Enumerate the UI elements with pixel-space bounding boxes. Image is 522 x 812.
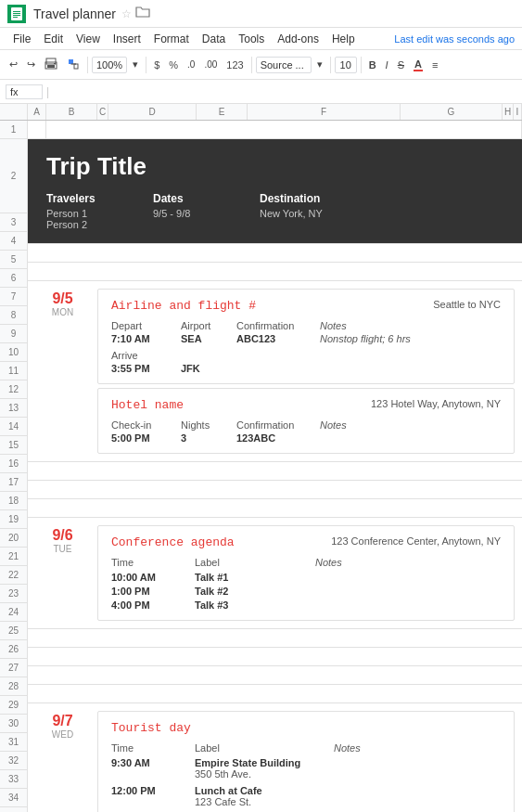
row-num-27[interactable]: 27	[0, 659, 27, 677]
row-num-15[interactable]: 15	[0, 436, 27, 455]
activity-2-labels: Lunch at Cafe 123 Cafe St.	[195, 785, 334, 807]
menu-insert[interactable]: Insert	[108, 31, 146, 47]
row-num-23[interactable]: 23	[0, 585, 27, 603]
talk-2-label: Talk #2	[195, 586, 229, 597]
col-header-D[interactable]: D	[108, 104, 197, 120]
date-96-num: 9/6	[33, 527, 92, 544]
text-color-button[interactable]: A	[410, 57, 427, 73]
source-chevron[interactable]: ▾	[313, 57, 326, 72]
row-num-3[interactable]: 3	[0, 213, 27, 232]
menu-view[interactable]: View	[70, 31, 106, 47]
paint-format-button[interactable]	[63, 56, 83, 74]
label-col-header: Label	[195, 557, 315, 568]
menu-data[interactable]: Data	[197, 31, 231, 47]
italic-button[interactable]: I	[382, 58, 392, 72]
row-num-19[interactable]: 19	[0, 510, 27, 529]
row-num-31[interactable]: 31	[0, 733, 27, 752]
row-num-10[interactable]: 10	[0, 343, 27, 362]
decimal-less-button[interactable]: .0	[184, 58, 198, 71]
row-num-28[interactable]: 28	[0, 677, 27, 696]
more-options-button[interactable]: ≡	[428, 58, 441, 72]
row-7	[28, 244, 522, 263]
col-header-A[interactable]: A	[28, 104, 46, 120]
col-header-C[interactable]: C	[97, 104, 108, 120]
tourist-card-header: Tourist day	[111, 721, 501, 735]
row-num-24[interactable]: 24	[0, 603, 27, 622]
section-97: 9/7 WED Tourist day Time Label Notes 9:3…	[28, 703, 522, 812]
zoom-chevron[interactable]: ▾	[129, 57, 142, 72]
star-icon[interactable]: ☆	[121, 7, 132, 20]
row-num-2[interactable]: 2	[0, 139, 27, 213]
percent-button[interactable]: %	[165, 58, 182, 72]
col-header-H[interactable]: H	[503, 104, 514, 120]
row-num-26[interactable]: 26	[0, 640, 27, 659]
undo-button[interactable]: ↩	[6, 57, 21, 72]
date-95-num: 9/5	[33, 290, 92, 307]
col-header-G[interactable]: G	[401, 104, 503, 120]
menu-format[interactable]: Format	[148, 31, 195, 47]
font-size-input[interactable]: 10	[335, 57, 357, 73]
col-header-B[interactable]: B	[46, 104, 97, 120]
row-num-33[interactable]: 33	[0, 770, 27, 789]
row-num-30[interactable]: 30	[0, 715, 27, 733]
row-num-17[interactable]: 17	[0, 473, 27, 492]
nights-header: Nights	[181, 419, 236, 431]
cell-1A[interactable]	[28, 121, 46, 138]
row-num-32[interactable]: 32	[0, 752, 27, 770]
row-num-18[interactable]: 18	[0, 492, 27, 510]
format-number-button[interactable]: 123	[223, 58, 247, 72]
row-num-8[interactable]: 8	[0, 306, 27, 325]
row-num-34[interactable]: 34	[0, 789, 27, 807]
row-21	[28, 462, 522, 481]
cell-reference[interactable]: fx	[6, 84, 43, 99]
row-num-29[interactable]: 29	[0, 696, 27, 715]
date-97-num: 9/7	[33, 713, 92, 729]
cell-1rest[interactable]	[46, 121, 522, 138]
toolbar: ↩ ↪ 100% ▾ $ % .0 .00 123 Source ... ▾ 1…	[0, 50, 522, 80]
col-header-F[interactable]: F	[248, 104, 401, 120]
menu-edit[interactable]: Edit	[38, 31, 69, 47]
row-num-13[interactable]: 13	[0, 399, 27, 418]
row-num-11[interactable]: 11	[0, 362, 27, 380]
currency-button[interactable]: $	[150, 58, 163, 72]
row-num-25[interactable]: 25	[0, 622, 27, 640]
talk-2-row: 1:00 PM Talk #2	[111, 586, 501, 597]
flight-location: Seattle to NYC	[433, 299, 501, 310]
folder-icon[interactable]	[135, 6, 150, 21]
row-num-21[interactable]: 21	[0, 548, 27, 566]
row-num-7[interactable]: 7	[0, 288, 27, 306]
section-95: 9/5 MON Airline and flight # Seattle to …	[28, 281, 522, 462]
row-num-35[interactable]: 35	[0, 807, 27, 812]
date-95: 9/5 MON	[28, 281, 97, 461]
row-num-12[interactable]: 12	[0, 380, 27, 399]
col-header-E[interactable]: E	[197, 104, 248, 120]
row-num-22[interactable]: 22	[0, 566, 27, 585]
row-num-16[interactable]: 16	[0, 455, 27, 473]
menu-addons[interactable]: Add-ons	[272, 31, 325, 47]
svg-rect-5	[13, 17, 18, 18]
col-header-I[interactable]: I	[514, 104, 522, 120]
source-selector[interactable]: Source ...	[256, 57, 312, 73]
text-color-icon: A	[414, 58, 422, 70]
decimal-more-button[interactable]: .00	[200, 58, 221, 71]
row-num-5[interactable]: 5	[0, 251, 27, 269]
formula-input[interactable]	[53, 86, 516, 97]
strikethrough-button[interactable]: S	[394, 58, 408, 72]
row-22	[28, 481, 522, 499]
row-num-6[interactable]: 6	[0, 269, 27, 288]
row-num-20[interactable]: 20	[0, 529, 27, 548]
row-num-14[interactable]: 14	[0, 418, 27, 436]
menu-file[interactable]: File	[7, 31, 36, 47]
row-num-4[interactable]: 4	[0, 232, 27, 251]
row-32	[28, 685, 522, 703]
row-num-1[interactable]: 1	[0, 121, 27, 139]
bold-button[interactable]: B	[365, 58, 380, 72]
row-num-9[interactable]: 9	[0, 325, 27, 343]
print-button[interactable]	[41, 56, 61, 74]
menu-help[interactable]: Help	[326, 31, 361, 47]
menu-tools[interactable]: Tools	[233, 31, 270, 47]
zoom-selector[interactable]: 100%	[92, 57, 127, 73]
redo-button[interactable]: ↪	[23, 57, 39, 72]
dates-col: Dates 9/5 - 9/8	[153, 192, 260, 230]
tourist-label-header: Label	[195, 742, 334, 754]
